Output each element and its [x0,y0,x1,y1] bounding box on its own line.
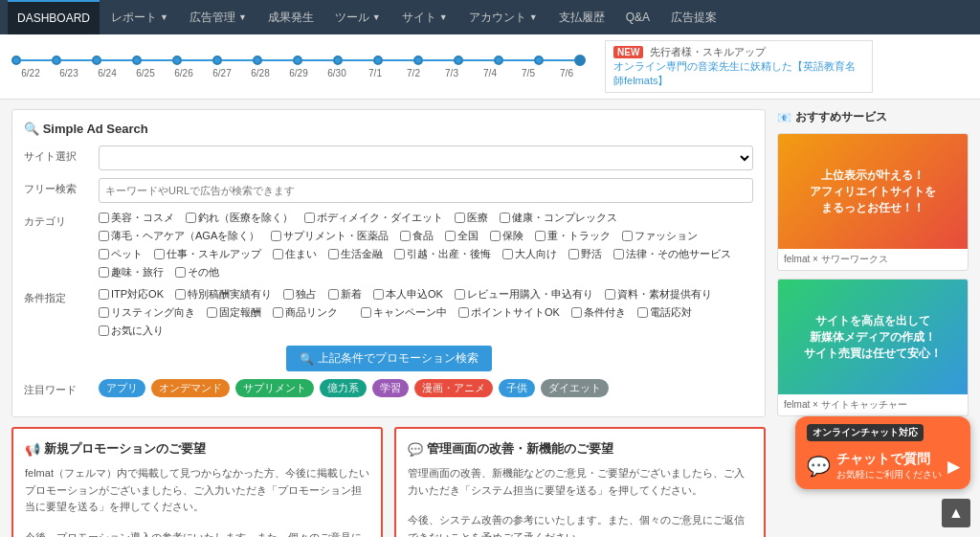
cat-body[interactable]: ボディメイク・ダイエット [304,211,443,225]
nav-qa[interactable]: Q&A [616,0,659,34]
cond-review[interactable]: レビュー用購入・申込有り [455,287,593,302]
cat-med[interactable]: 医療 [455,211,488,225]
cond-material-cb[interactable] [605,289,615,300]
timeline-dot-15[interactable] [574,55,586,66]
cat-move-cb[interactable] [394,249,405,259]
cond-listing[interactable]: リスティング向き [99,305,195,320]
cond-fixed[interactable]: 固定報酬 [207,305,261,320]
cond-self[interactable]: 本人申込OK [373,287,443,302]
cond-itp[interactable]: ITP対応OK [99,287,164,302]
cat-food[interactable]: 食品 [400,229,434,243]
timeline-dot-9[interactable] [333,56,343,65]
scroll-top-button[interactable]: ▲ [942,499,970,527]
cat-health[interactable]: 健康・コンプレックス [500,211,617,225]
nav-dashboard[interactable]: DASHBOARD [8,0,100,34]
cat-food-cb[interactable] [400,231,411,241]
cat-law-cb[interactable] [613,249,624,259]
cat-law[interactable]: 法律・その他サービス [613,247,731,261]
timeline-dot-2[interactable] [52,56,61,65]
cat-hobby[interactable]: 趣味・旅行 [99,265,164,280]
cond-campaign-cb[interactable] [361,307,371,318]
cat-medical[interactable]: 釣れ（医療を除く） [186,211,293,225]
nav-tools[interactable]: ツール ▼ [325,0,390,34]
cat-skill-cb[interactable] [154,249,165,259]
site-select-dropdown[interactable] [99,145,753,170]
cat-hair-cb[interactable] [99,231,109,241]
ad-card-1[interactable]: 上位表示が叶える！アフィリエイトサイトをまるっとお任せ！！ felmat × サ… [777,133,969,271]
cond-phone-cb[interactable] [637,307,648,318]
cond-point-cb[interactable] [458,307,469,318]
cat-beauty[interactable]: 美容・コスメ [99,211,174,225]
cat-beauty-cb[interactable] [99,213,109,223]
tag-diet[interactable]: ダイエット [541,379,609,397]
cond-review-cb[interactable] [455,289,465,300]
timeline-dot-14[interactable] [534,56,544,65]
timeline-dot-3[interactable] [92,56,101,65]
tag-power[interactable]: 億力系 [320,379,367,397]
cat-med-cb[interactable] [455,213,465,223]
cond-award[interactable]: 特別稿酬実績有り [175,287,272,302]
cat-hobby-cb[interactable] [99,267,109,278]
cond-material[interactable]: 資料・素材提供有り [605,287,712,302]
cat-outdoor[interactable]: 野活 [568,247,602,261]
timeline-dot-6[interactable] [212,56,222,65]
cat-finance[interactable]: 生活金融 [328,247,383,261]
cat-move[interactable]: 引越・出産・後悔 [394,247,491,261]
cat-medical-cb[interactable] [186,213,196,223]
cat-home[interactable]: 住まい [273,247,317,261]
cat-other-cb[interactable] [175,267,186,278]
cat-hair[interactable]: 薄毛・ヘアケア（AGAを除く） [99,229,259,243]
tag-supplement[interactable]: サプリメント [235,379,314,397]
cat-skill[interactable]: 仕事・スキルアップ [154,247,261,261]
timeline-dot-8[interactable] [293,56,302,65]
timeline-dot-4[interactable] [132,56,142,65]
cond-excl[interactable]: 独占 [283,287,317,302]
cond-product-cb[interactable] [273,307,283,318]
tag-kids[interactable]: 子供 [499,379,535,397]
cat-body-cb[interactable] [304,213,315,223]
cond-self-cb[interactable] [373,289,384,300]
search-button[interactable]: 🔍 上記条件でプロモーション検索 [286,346,492,371]
cat-all-cb[interactable] [445,231,456,241]
timeline-dot-11[interactable] [413,56,423,65]
cond-cond[interactable]: 条件付き [571,305,626,320]
chat-widget[interactable]: オンラインチャット対応 💬 チャットで質問 お気軽にご利用ください ▶ [795,416,970,489]
nav-payment[interactable]: 支払履歴 [549,0,614,34]
cat-adult-cb[interactable] [502,249,513,259]
cat-supp[interactable]: サプリメント・医薬品 [271,229,389,243]
cat-home-cb[interactable] [273,249,283,259]
cat-all[interactable]: 全国 [445,229,479,243]
timeline-dot-5[interactable] [172,56,182,65]
cat-truck-cb[interactable] [535,231,546,241]
tag-ondemand[interactable]: オンデマンド [151,379,230,397]
ad-card-2[interactable]: サイトを高点を出して新媒体メディアの作成！サイト売買は任せて安心！ felmat… [777,279,969,416]
nav-account[interactable]: アカウント ▼ [459,0,547,34]
nav-report[interactable]: レポート ▼ [101,0,178,34]
tag-study[interactable]: 学習 [372,379,409,397]
cond-listing-cb[interactable] [99,307,109,318]
cat-fashion-cb[interactable] [622,231,633,241]
timeline-dot-13[interactable] [494,56,503,65]
cat-supp-cb[interactable] [271,231,281,241]
cond-new-cb[interactable] [328,289,339,300]
cat-fashion[interactable]: ファッション [622,229,698,243]
cat-outdoor-cb[interactable] [568,249,579,259]
timeline-dot-12[interactable] [454,56,463,65]
nav-ad-proposal[interactable]: 広告提案 [661,0,726,34]
tag-app[interactable]: アプリ [99,379,145,397]
cond-point[interactable]: ポイントサイトOK [458,305,560,320]
nav-site[interactable]: サイト ▼ [392,0,457,34]
nav-ad-mgmt[interactable]: 広告管理 ▼ [180,0,256,34]
cat-truck[interactable]: 重・トラック [535,229,611,243]
cond-cond-cb[interactable] [571,307,582,318]
timeline-dot-7[interactable] [253,56,262,65]
cat-pet-cb[interactable] [99,249,109,259]
cat-ins-cb[interactable] [490,231,501,241]
cond-award-cb[interactable] [175,289,186,300]
cat-ins[interactable]: 保険 [490,229,523,243]
cond-new[interactable]: 新着 [328,287,362,302]
cat-pet[interactable]: ペット [99,247,143,261]
cond-product[interactable]: 商品リンク [273,305,338,320]
cond-fav-cb[interactable] [99,325,109,336]
cond-excl-cb[interactable] [283,289,294,300]
